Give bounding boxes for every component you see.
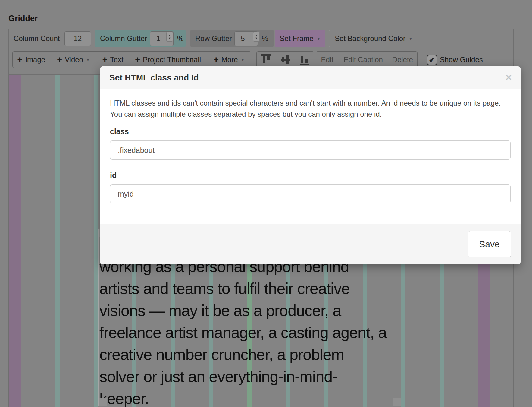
delete-button[interactable]: Delete — [388, 52, 417, 68]
add-more-button[interactable]: ✚ More ▼ — [207, 52, 251, 68]
align-bottom-icon — [300, 54, 309, 65]
resize-handle-bottom-right[interactable] — [393, 398, 401, 406]
chevron-down-icon: ▼ — [240, 57, 245, 62]
column-gutter-group: Column Gutter 1 ▲ ▼ % — [95, 30, 186, 47]
add-video-button[interactable]: ✚ Video ▼ — [50, 52, 97, 68]
stepper-up-icon[interactable]: ▲ — [255, 34, 258, 37]
plus-icon: ✚ — [17, 56, 23, 63]
edit-button[interactable]: Edit — [316, 52, 339, 68]
set-frame-button[interactable]: Set Frame ▼ — [275, 30, 325, 47]
stepper-up-icon[interactable]: ▲ — [168, 34, 171, 37]
add-text-button[interactable]: ✚ Text — [97, 52, 129, 68]
id-input[interactable] — [110, 184, 511, 204]
class-input[interactable] — [110, 140, 511, 160]
set-background-color-label: Set Background Color — [335, 34, 405, 43]
row-gutter-label: Row Gutter — [195, 30, 232, 47]
set-class-id-modal: Set HTML class and Id ✕ HTML classes and… — [100, 66, 521, 264]
chevron-down-icon: ▼ — [86, 57, 90, 62]
align-middle-button[interactable] — [276, 52, 295, 68]
canvas-text-line: artists and teams to fulfil their creati… — [99, 278, 404, 300]
add-project-thumbnail-button[interactable]: ✚ Project Thumbnail — [129, 52, 207, 68]
row-gutter-unit: % — [262, 30, 268, 47]
row-gutter-group: Row Gutter 5 ▲ ▼ % — [190, 30, 274, 47]
plus-icon: ✚ — [102, 56, 108, 63]
add-video-label: Video — [65, 55, 83, 64]
column-gutter-label: Column Gutter — [100, 30, 147, 47]
add-text-label: Text — [110, 55, 124, 64]
align-top-button[interactable] — [257, 52, 276, 68]
add-project-thumbnail-label: Project Thumbnail — [143, 55, 201, 64]
modal-description: HTML classes and ids can't contain speci… — [110, 97, 502, 120]
modal-title: Set HTML class and Id — [109, 66, 199, 89]
edit-caption-button[interactable]: Edit Caption — [339, 52, 388, 68]
column-gutter-unit: % — [177, 30, 183, 47]
add-image-label: Image — [25, 55, 45, 64]
edit-group: Edit Edit Caption Delete — [316, 51, 418, 68]
add-image-button[interactable]: ✚ Image — [13, 52, 50, 68]
column-count-label: Column Count — [14, 30, 60, 47]
column-gutter-stepper[interactable]: ▲ ▼ — [166, 32, 173, 42]
gutter-guide — [94, 75, 98, 407]
set-background-color-button[interactable]: Set Background Color ▼ — [329, 30, 418, 47]
modal-footer: Save — [100, 224, 521, 264]
modal-body: HTML classes and ids can't contain speci… — [100, 89, 521, 224]
canvas-text-line: solver or just an everything-in-mind- — [99, 366, 404, 388]
align-group — [256, 51, 314, 68]
set-frame-label: Set Frame — [280, 34, 314, 43]
row-gutter-stepper[interactable]: ▲ ▼ — [253, 32, 260, 42]
modal-header: Set HTML class and Id ✕ — [100, 66, 521, 89]
align-middle-icon — [281, 54, 290, 65]
gutter-guide — [55, 75, 60, 407]
close-icon[interactable]: ✕ — [505, 66, 512, 89]
class-field-label: class — [110, 127, 511, 136]
add-more-label: More — [221, 55, 238, 64]
column-count-input[interactable]: 12 — [64, 31, 91, 46]
frame-guide — [9, 75, 21, 407]
canvas-text: working as a personal support behindarti… — [99, 256, 404, 407]
add-element-group: ✚ Image ✚ Video ▼ ✚ Text ✚ Project Thumb… — [12, 51, 251, 68]
show-guides-checkbox[interactable]: ✔ — [427, 55, 437, 65]
stepper-down-icon[interactable]: ▼ — [255, 37, 258, 40]
plus-icon: ✚ — [135, 56, 140, 63]
plus-icon: ✚ — [214, 56, 219, 63]
save-button[interactable]: Save — [468, 231, 511, 257]
plus-icon: ✚ — [57, 56, 62, 63]
chevron-down-icon: ▼ — [408, 36, 413, 41]
align-top-icon — [261, 54, 271, 65]
align-bottom-button[interactable] — [295, 52, 314, 68]
id-field-label: id — [110, 171, 511, 180]
canvas-text-line: keeper. — [99, 388, 404, 407]
chevron-down-icon: ▼ — [317, 36, 321, 41]
canvas-text-line: visions — may it be as a producer, a — [99, 300, 404, 322]
canvas-text-line: creative number cruncher, a problem — [99, 344, 404, 366]
show-guides-label: Show Guides — [440, 51, 483, 68]
stepper-down-icon[interactable]: ▼ — [168, 37, 171, 40]
canvas-text-line: freelance artist manager, a casting agen… — [99, 322, 404, 344]
resize-handle-bottom-left[interactable] — [99, 398, 107, 406]
page-title: Gridder — [8, 14, 38, 23]
